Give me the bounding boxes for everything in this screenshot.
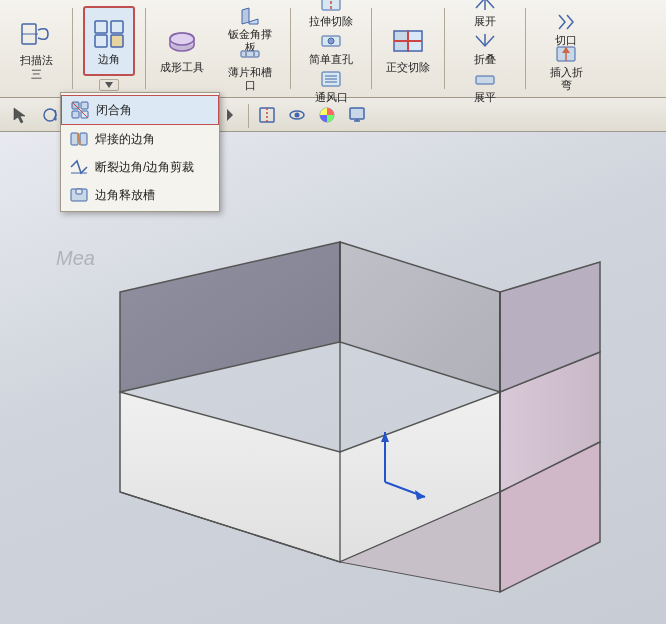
divider-6 <box>525 8 526 89</box>
ventwindow-icon <box>320 68 342 90</box>
ventwindow-label: 通风口 <box>315 91 348 104</box>
divider-5 <box>444 8 445 89</box>
svg-rect-38 <box>76 189 82 194</box>
fold-icon <box>474 30 496 52</box>
svg-point-15 <box>328 38 334 44</box>
dropdown-breakedge[interactable]: 断裂边角/边角剪裁 <box>61 153 219 181</box>
simplehole-button[interactable]: 简单直孔 <box>301 31 361 67</box>
reliefslot-icon <box>69 185 89 205</box>
toolbar-group-stretch: 拉伸切除 简单直孔 通风口 <box>297 4 365 93</box>
edge-dropdown-menu: 闭合角 焊接的边角 断裂边角/边角剪裁 <box>60 92 220 212</box>
svg-rect-2 <box>95 21 107 33</box>
closecorner-label: 闭合角 <box>96 102 132 119</box>
svg-rect-4 <box>95 35 107 47</box>
stretch-label: 拉伸切除 <box>309 15 353 28</box>
scan-button[interactable]: 扫描法三 <box>10 10 62 88</box>
form-label: 成形工具 <box>160 61 204 74</box>
edge-button[interactable]: 边角 <box>83 6 135 76</box>
breakedge-icon <box>69 157 89 177</box>
edge-label: 边角 <box>98 53 120 66</box>
stretch-button[interactable]: 拉伸切除 <box>301 0 361 29</box>
divider-2 <box>145 8 146 89</box>
orthcut-button[interactable]: 正交切除 <box>382 10 434 88</box>
toolbar-group-orthcut: 正交切除 <box>378 4 438 93</box>
svg-rect-10 <box>245 51 247 57</box>
svg-marker-6 <box>105 82 113 88</box>
toolbar-group-scan: 扫描法三 <box>6 4 66 93</box>
eye-button[interactable] <box>283 101 311 129</box>
toolbar-group-unfold: 展开 折叠 展平 <box>451 4 519 93</box>
svg-rect-5 <box>111 35 123 47</box>
unfold-icon <box>474 0 496 14</box>
form-icon <box>164 23 200 59</box>
toolbar-group-form: 成形工具 <box>152 4 212 93</box>
svg-marker-64 <box>120 242 340 392</box>
pointer-button[interactable] <box>6 101 34 129</box>
dropdown-weldedge[interactable]: 焊接的边角 <box>61 125 219 153</box>
toolbar-group-sheetmetal: 钣金角撑板 薄片和槽口 <box>216 4 284 93</box>
svg-rect-59 <box>350 108 364 119</box>
divider-1 <box>72 8 73 89</box>
svg-point-8 <box>170 33 194 45</box>
tb2-divider-1 <box>248 104 249 128</box>
fold-label: 折叠 <box>474 53 496 66</box>
svg-rect-54 <box>260 108 274 122</box>
orthcut-icon <box>390 23 426 59</box>
section-view-button[interactable] <box>253 101 281 129</box>
svg-rect-29 <box>81 102 88 109</box>
svg-rect-3 <box>111 21 123 33</box>
unfold-button[interactable]: 展开 <box>455 0 515 29</box>
flat-icon <box>474 68 496 90</box>
svg-rect-9 <box>241 51 259 57</box>
svg-marker-53 <box>227 109 233 121</box>
svg-marker-39 <box>14 108 25 123</box>
divider-4 <box>371 8 372 89</box>
display-button[interactable] <box>343 101 371 129</box>
fold-button[interactable]: 折叠 <box>455 31 515 67</box>
unfold-label: 展开 <box>474 15 496 28</box>
svg-point-57 <box>295 112 300 117</box>
divider-3 <box>290 8 291 89</box>
svg-rect-34 <box>80 133 87 145</box>
edge-icon <box>91 15 127 51</box>
svg-rect-30 <box>72 111 79 118</box>
thinslot-icon <box>239 43 261 65</box>
dropdown-closecorner[interactable]: 闭合角 <box>61 95 219 125</box>
next-view-button[interactable] <box>216 101 244 129</box>
closecorner-icon <box>70 100 90 120</box>
svg-rect-24 <box>476 76 494 84</box>
weldedge-icon <box>69 129 89 149</box>
cut-icon <box>555 11 577 33</box>
toolbar-group-cut: 切口 插入折弯 <box>532 4 600 93</box>
simplehole-label: 简单直孔 <box>309 53 353 66</box>
weldedge-label: 焊接的边角 <box>95 131 155 148</box>
sheetmetal-icon <box>239 5 261 27</box>
svg-marker-65 <box>340 242 500 392</box>
flat-label: 展平 <box>474 91 496 104</box>
flat-button[interactable]: 展平 <box>455 69 515 105</box>
reliefslot-label: 边角释放槽 <box>95 187 155 204</box>
orthcut-label: 正交切除 <box>386 61 430 74</box>
ventwindow-button[interactable]: 通风口 <box>301 69 361 105</box>
form-button[interactable]: 成形工具 <box>156 10 208 88</box>
insert-button[interactable]: 插入折弯 <box>536 50 596 86</box>
stretch-icon <box>320 0 342 14</box>
svg-rect-33 <box>71 133 78 145</box>
scan-label: 扫描法三 <box>20 54 53 80</box>
color-button[interactable] <box>313 101 341 129</box>
dropdown-reliefslot[interactable]: 边角释放槽 <box>61 181 219 209</box>
breakedge-label: 断裂边角/边角剪裁 <box>95 159 194 176</box>
scan-icon <box>18 16 54 52</box>
insert-label: 插入折弯 <box>550 66 583 92</box>
svg-rect-11 <box>253 51 255 57</box>
insert-icon <box>555 43 577 65</box>
toolbar-group-edge: 边角 <box>79 4 139 93</box>
main-toolbar: 扫描法三 边角 <box>0 0 666 98</box>
thinslot-button[interactable]: 薄片和槽口 <box>220 50 280 86</box>
edge-dropdown-arrow[interactable] <box>99 79 119 91</box>
simplehole-icon <box>320 30 342 52</box>
thinslot-label: 薄片和槽口 <box>223 66 277 92</box>
